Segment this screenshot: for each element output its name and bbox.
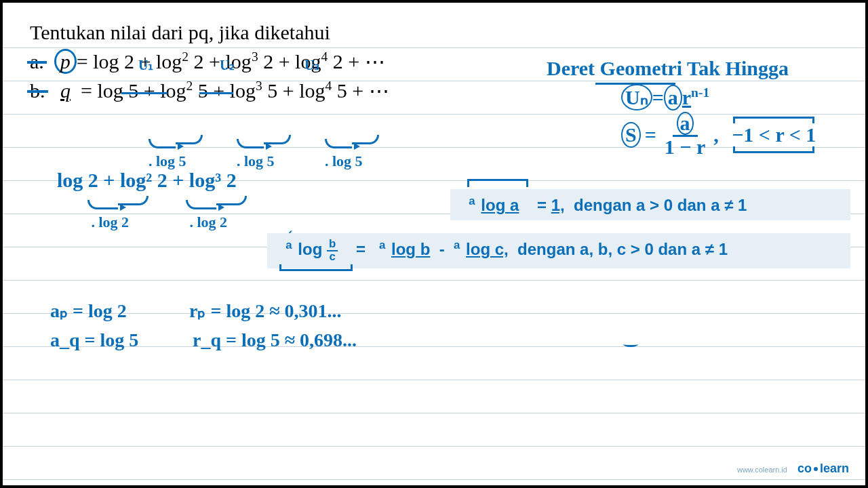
- underline-p1: [121, 92, 167, 94]
- f2-pre2: a: [379, 239, 385, 251]
- equals-a: =: [77, 50, 88, 73]
- plus-a3: +: [279, 50, 290, 73]
- s-left: S: [621, 122, 641, 148]
- plus-b2: +: [213, 79, 224, 102]
- f2-log: log: [298, 240, 322, 258]
- dotlog5-3-text: . log 5: [325, 152, 363, 169]
- f2-minus: -: [439, 240, 445, 258]
- log-b3: log: [230, 79, 256, 102]
- f2-logc: log c,: [466, 240, 509, 258]
- annotation-u3: U₃: [304, 57, 319, 73]
- s-formula: S= a 1 − r , −1 < r < 1: [621, 112, 845, 157]
- annotation-dotlog5-2: . log 5: [237, 135, 291, 170]
- annotation-dotlog2-1: . log 2: [87, 196, 149, 231]
- dotlog2-2-text: . log 2: [190, 214, 228, 230]
- two-a2: 2: [194, 50, 204, 73]
- five-b4: 5: [337, 79, 347, 102]
- ap-line: aₚ = log 2: [50, 300, 127, 322]
- five-b2: 5: [198, 79, 208, 102]
- stray-mark: [623, 342, 638, 347]
- rp-line: rₚ = log 2 ≈ 0,301...: [189, 300, 342, 322]
- var-q: q: [60, 79, 71, 102]
- log-b1: log: [97, 79, 123, 102]
- plus-b1: +: [144, 79, 155, 102]
- pow4-a: 4: [321, 49, 328, 64]
- un-formula: Uₙ=arn-1: [621, 84, 845, 110]
- problem-statement: Tentukan nilai dari pq, jika diketahui a…: [30, 22, 389, 102]
- pow3-a: 3: [252, 49, 258, 64]
- r-range: −1 < r < 1: [732, 123, 816, 146]
- aq-line: a_q = log 5: [50, 329, 138, 351]
- pow2-a: 2: [182, 49, 189, 64]
- un-a: a: [664, 85, 682, 110]
- underline-p2: [199, 92, 233, 94]
- annotation-u2: U₂: [220, 57, 235, 73]
- un-exp: n-1: [691, 85, 709, 100]
- two-a4: 2: [333, 50, 343, 73]
- brand-url: www.colearn.id: [737, 466, 787, 474]
- var-p: p: [60, 50, 71, 73]
- item-b-label: b.: [30, 80, 45, 102]
- s-comma: ,: [713, 123, 719, 146]
- s-eq: =: [645, 123, 656, 146]
- item-a-label: a.: [30, 51, 44, 73]
- log-a2: log: [156, 50, 182, 73]
- f2-eq: =: [356, 240, 366, 258]
- equals-b: =: [81, 79, 92, 102]
- handwritten-log2-series: log 2 + log² 2 + log³ 2: [57, 169, 237, 192]
- brand-right: learn: [820, 462, 849, 475]
- dotlog5-1-text: . log 5: [149, 152, 186, 169]
- problem-title: Tentukan nilai dari pq, jika diketahui: [30, 22, 389, 43]
- dotlog5-2-text: . log 5: [237, 152, 275, 169]
- f1-cond: dengan a > 0 dan a ≠ 1: [574, 196, 747, 214]
- f2-pre: a: [285, 239, 292, 251]
- annotation-u1: U₁: [138, 57, 153, 73]
- f2-cond: dengan a, b, c > 0 dan a ≠ 1: [517, 240, 728, 258]
- formula-box-2: a log b c = a log b - a log c, dengan a,…: [267, 233, 850, 268]
- problem-line-a: a. p= log 2 + log2 2 + log3 2 + log4 2 +…: [30, 49, 389, 75]
- un-eq: =: [652, 86, 664, 108]
- s-num: a: [677, 112, 694, 135]
- f1-log: log a: [481, 196, 519, 214]
- rq-line: r_q = log 5 ≈ 0,698...: [193, 329, 357, 351]
- pow4-b: 4: [326, 79, 332, 93]
- brand-dot-icon: [814, 467, 818, 471]
- formula-box-1: a log a = 1, dengan a > 0 dan a ≠ 1: [450, 189, 850, 220]
- log-b4: log: [299, 79, 325, 102]
- dots-a: ⋯: [365, 50, 385, 73]
- underline-geometri: [595, 83, 675, 85]
- f1-eq: =: [537, 196, 547, 214]
- f2-logb: log b: [391, 240, 430, 258]
- problem-line-b: b. q = log 5 + log2 5 + log3 5 + log4 5 …: [30, 79, 389, 102]
- brand-left: co: [797, 462, 812, 475]
- five-b1: 5: [128, 79, 138, 102]
- log-b2: log: [160, 79, 186, 102]
- formula1-bracket: [467, 179, 528, 187]
- five-b3: 5: [267, 79, 277, 102]
- annotation-dotlog2-2: . log 2: [186, 196, 247, 231]
- f2-pre3: a: [454, 239, 460, 251]
- un-r: r: [682, 86, 691, 108]
- dots-b: ⋯: [369, 79, 389, 102]
- plus-b4: +: [352, 79, 363, 102]
- dotlog2-1-text: . log 2: [92, 214, 130, 230]
- plus-a4: +: [348, 50, 359, 73]
- f2-num: b: [327, 239, 338, 251]
- formula2-underbracket: [279, 264, 353, 271]
- un-left: Uₙ: [621, 84, 652, 110]
- s-den: 1 − r: [660, 137, 709, 157]
- two-a3: 2: [263, 50, 273, 73]
- log-a1: log: [93, 50, 119, 73]
- f1-one: 1,: [551, 196, 565, 214]
- pow3-b: 3: [256, 79, 262, 93]
- annotation-dotlog5-1: . log 5: [149, 135, 203, 170]
- plus-b3: +: [283, 79, 294, 102]
- f2-den: c: [327, 251, 337, 263]
- two-a1: 2: [124, 50, 134, 73]
- annotation-dotlog5-3: . log 5: [325, 135, 379, 170]
- pow2-b: 2: [186, 79, 193, 93]
- plus-a2: +: [209, 50, 220, 73]
- brand-watermark: www.colearn.id colearn: [737, 462, 849, 476]
- right-heading: Deret Geometri Tak Hingga: [547, 57, 845, 80]
- f1-pre: a: [469, 195, 475, 207]
